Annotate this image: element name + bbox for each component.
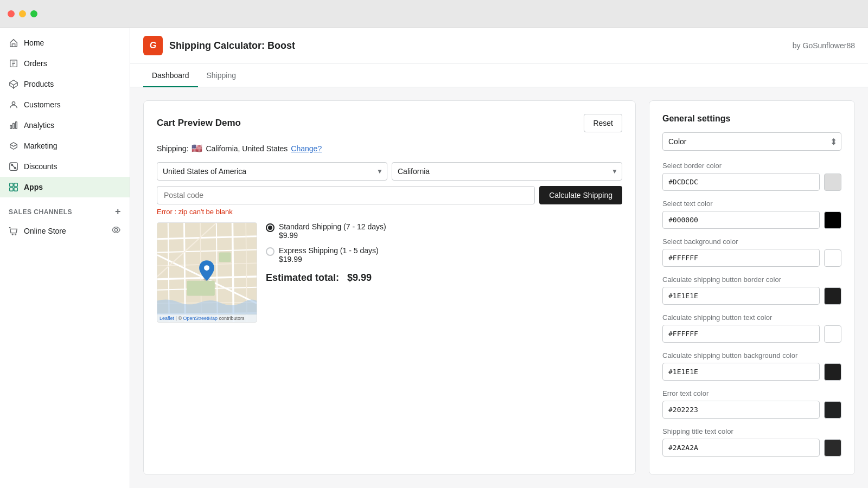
calc-btn-bg-swatch[interactable] [824, 363, 841, 381]
app-logo: G [143, 36, 163, 55]
svg-point-34 [204, 265, 209, 271]
error-text-color-label: Error text color [662, 389, 841, 397]
calc-btn-text-group: Calculate shipping button text color [662, 313, 841, 343]
osm-link[interactable]: OpenStreetMap [183, 316, 218, 321]
svg-rect-31 [187, 281, 214, 296]
discounts-icon [9, 162, 18, 171]
sidebar-item-home-label: Home [24, 38, 44, 47]
app-title: Shipping Calculator: Boost [169, 40, 295, 52]
shipping-title-text-input[interactable] [662, 439, 820, 457]
country-select-wrapper: United States of America Canada United K… [157, 162, 387, 181]
change-location-link[interactable]: Change? [291, 144, 322, 153]
text-color-group: Select text color [662, 200, 841, 229]
tab-dashboard[interactable]: Dashboard [143, 63, 198, 87]
state-select-wrapper: California New York Texas Florida ▼ [392, 162, 622, 181]
sidebar-item-home[interactable]: Home [0, 33, 130, 53]
mac-close-btn[interactable] [8, 10, 15, 17]
country-select[interactable]: United States of America Canada United K… [157, 162, 387, 181]
us-flag-icon: 🇺🇸 [192, 143, 202, 153]
shipping-label: Shipping: [157, 144, 188, 153]
error-text-color-group: Error text color [662, 389, 841, 419]
online-store-icon [9, 226, 18, 236]
online-store-visibility-icon[interactable] [111, 225, 121, 236]
estimated-total: Estimated total: $9.99 [266, 272, 622, 284]
sidebar-item-orders[interactable]: Orders [0, 53, 130, 74]
sidebar-item-marketing[interactable]: Marketing [0, 136, 130, 156]
calc-btn-bg-group: Calculate shipping button background col… [662, 351, 841, 381]
border-color-swatch[interactable] [824, 174, 841, 191]
border-color-input[interactable] [662, 173, 820, 191]
standard-radio[interactable] [266, 223, 275, 232]
bg-color-input[interactable] [662, 249, 820, 267]
bg-color-label: Select background color [662, 237, 841, 246]
bg-color-group: Select background color [662, 237, 841, 267]
mac-titlebar [0, 0, 868, 28]
sidebar-item-online-store[interactable]: Online Store [0, 220, 130, 242]
postal-code-input[interactable] [157, 186, 535, 204]
type-select-wrapper: Color Gradient ⬍ [662, 132, 841, 151]
svg-rect-9 [14, 183, 17, 187]
sidebar-item-discounts[interactable]: Discounts [0, 156, 130, 177]
sidebar: Home Orders [0, 28, 130, 488]
app-by-text: by GoSunflower88 [793, 41, 855, 50]
shipping-title-text-swatch[interactable] [824, 439, 841, 457]
calc-btn-text-label: Calculate shipping button text color [662, 313, 841, 322]
contributors-text: contributors [219, 316, 245, 321]
sidebar-item-customers[interactable]: Customers [0, 94, 130, 115]
svg-point-13 [15, 234, 16, 235]
mac-max-btn[interactable] [30, 10, 37, 17]
settings-title: General settings [662, 114, 841, 124]
shipping-options: Standard Shipping (7 - 12 days) $9.99 Ex… [266, 222, 622, 284]
calc-btn-text-swatch[interactable] [824, 325, 841, 343]
svg-point-12 [12, 234, 13, 235]
error-message: Error : zip can't be blank [157, 208, 622, 216]
mac-min-btn[interactable] [19, 10, 26, 17]
page-body: Cart Preview Demo Reset Shipping: 🇺🇸 Cal… [130, 87, 868, 488]
home-icon [9, 38, 18, 48]
sidebar-item-customers-label: Customers [24, 100, 61, 109]
map-attribution: Leaflet | © OpenStreetMap contributors [157, 314, 257, 322]
customers-icon [9, 100, 18, 110]
type-select[interactable]: Color Gradient [662, 132, 841, 151]
text-color-label: Select text color [662, 200, 841, 208]
add-sales-channel-btn[interactable]: + [115, 206, 121, 217]
calc-btn-border-swatch[interactable] [824, 287, 841, 305]
apps-icon [9, 182, 18, 192]
express-radio[interactable] [266, 247, 275, 256]
svg-point-14 [114, 228, 117, 231]
standard-option-price: $9.99 [279, 231, 386, 240]
main-content: G Shipping Calculator: Boost by GoSunflo… [130, 28, 868, 488]
map-shipping-row: Leaflet | © OpenStreetMap contributors S… [157, 222, 622, 323]
text-color-input[interactable] [662, 211, 820, 229]
sidebar-item-marketing-label: Marketing [24, 142, 57, 150]
error-text-color-input[interactable] [662, 401, 820, 419]
settings-panel: General settings Color Gradient ⬍ Select… [649, 100, 855, 475]
reset-button[interactable]: Reset [584, 114, 622, 132]
products-icon [9, 79, 18, 89]
analytics-icon [9, 120, 18, 130]
calc-btn-border-input[interactable] [662, 287, 820, 305]
app-header: G Shipping Calculator: Boost by GoSunflo… [130, 28, 868, 63]
sidebar-item-products[interactable]: Products [0, 74, 130, 94]
orders-icon [9, 59, 18, 68]
sidebar-item-analytics[interactable]: Analytics [0, 115, 130, 136]
bg-color-swatch[interactable] [824, 249, 841, 267]
state-select[interactable]: California New York Texas Florida [392, 162, 622, 181]
shipping-location: California, United States [206, 144, 288, 153]
tab-shipping[interactable]: Shipping [198, 63, 245, 87]
svg-rect-10 [10, 188, 13, 191]
sidebar-item-apps[interactable]: Apps [0, 177, 130, 197]
calc-btn-bg-input[interactable] [662, 363, 820, 381]
border-color-group: Select border color [662, 162, 841, 191]
text-color-swatch[interactable] [824, 211, 841, 229]
calc-btn-text-input[interactable] [662, 325, 820, 343]
calculate-shipping-button[interactable]: Calculate Shipping [539, 186, 622, 204]
shipping-option-standard[interactable]: Standard Shipping (7 - 12 days) $9.99 [266, 222, 622, 240]
error-text-color-swatch[interactable] [824, 401, 841, 419]
map-svg [157, 223, 257, 322]
shipping-line: Shipping: 🇺🇸 California, United States C… [157, 143, 622, 153]
cart-card-title: Cart Preview Demo [157, 118, 241, 129]
shipping-option-express[interactable]: Express Shipping (1 - 5 days) $19.99 [266, 246, 622, 264]
leaflet-link[interactable]: Leaflet [159, 316, 174, 321]
sales-channels-header: SALES CHANNELS + [0, 197, 130, 220]
